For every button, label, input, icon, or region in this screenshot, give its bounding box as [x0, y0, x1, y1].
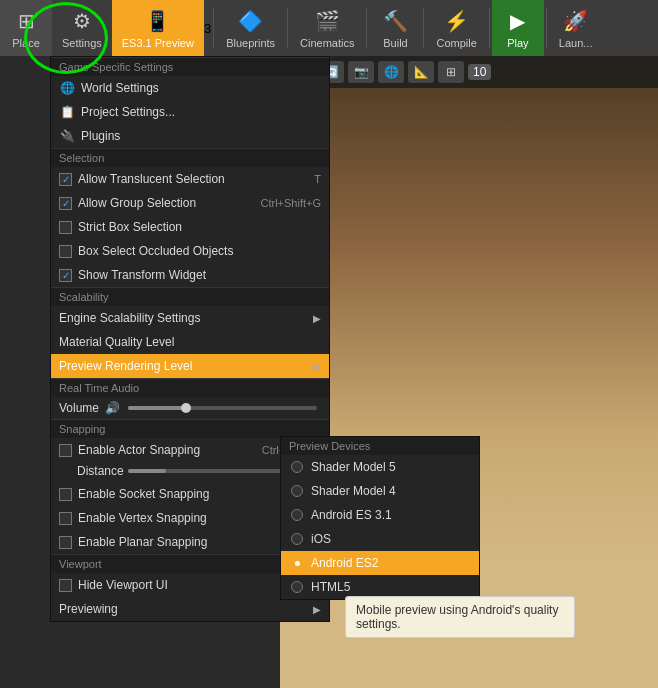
plugins-icon: 🔌 — [59, 128, 75, 144]
place-icon: ⊞ — [12, 7, 40, 35]
es31preview-icon: 📱 — [144, 7, 172, 35]
toolbar-separator-5 — [489, 8, 490, 48]
ios-item[interactable]: iOS — [281, 527, 479, 551]
shader-model-4-radio[interactable] — [291, 485, 303, 497]
enable-actor-snapping-checkbox[interactable] — [59, 444, 72, 457]
android-es31-radio[interactable] — [291, 509, 303, 521]
enable-planar-snapping-checkbox[interactable] — [59, 536, 72, 549]
es31preview-btn-wrap[interactable]: 📱 ES3.1 Preview 3 — [112, 0, 211, 56]
allow-group-item[interactable]: Allow Group Selection Ctrl+Shift+G — [51, 191, 329, 215]
scalability-header: Scalability — [51, 287, 329, 306]
settings-button[interactable]: ⚙ Settings — [52, 0, 112, 56]
android-es2-item[interactable]: Android ES2 — [281, 551, 479, 575]
place-button[interactable]: ⊞ Place — [0, 0, 52, 56]
toolbar-separator-1 — [213, 8, 214, 48]
vp-camera-btn[interactable]: 📷 — [348, 61, 374, 83]
toolbar-separator-6 — [546, 8, 547, 48]
preview-rendering-arrow: ▶ — [313, 361, 321, 372]
es31preview-label: ES3.1 Preview — [122, 37, 194, 49]
android-es2-label: Android ES2 — [311, 556, 378, 570]
shader-model-5-item[interactable]: Shader Model 5 — [281, 455, 479, 479]
previewing-item[interactable]: Previewing ▶ — [51, 597, 329, 621]
toolbar-separator-2 — [287, 8, 288, 48]
shader-model-5-radio[interactable] — [291, 461, 303, 473]
android-es31-item[interactable]: Android ES 3.1 — [281, 503, 479, 527]
project-settings-icon: 📋 — [59, 104, 75, 120]
toolbar-separator-3 — [366, 8, 367, 48]
launch-button[interactable]: 🚀 Laun... — [549, 0, 603, 56]
volume-row: Volume 🔊 — [51, 397, 329, 419]
shader-model-4-label: Shader Model 4 — [311, 484, 396, 498]
play-button[interactable]: ▶ Play — [492, 0, 544, 56]
blueprints-button[interactable]: 🔷 Blueprints — [216, 0, 285, 56]
volume-icon: 🔊 — [105, 401, 120, 415]
engine-scalability-label: Engine Scalability Settings — [59, 311, 200, 325]
preview-devices-header: Preview Devices — [281, 437, 479, 455]
project-settings-item[interactable]: 📋 Project Settings... — [51, 100, 329, 124]
compile-button[interactable]: ⚡ Compile — [426, 0, 486, 56]
tooltip-text: Mobile preview using Android's quality s… — [356, 603, 558, 631]
compile-icon: ⚡ — [443, 7, 471, 35]
strict-box-label: Strict Box Selection — [78, 220, 182, 234]
show-transform-checkbox[interactable] — [59, 269, 72, 282]
build-button[interactable]: 🔨 Build — [369, 0, 421, 56]
material-quality-label: Material Quality Level — [59, 335, 174, 349]
world-settings-icon: 🌐 — [59, 80, 75, 96]
cinematics-button[interactable]: 🎬 Cinematics — [290, 0, 364, 56]
enable-socket-snapping-checkbox[interactable] — [59, 488, 72, 501]
viewport-header: 👁 🔄 📷 🌐 📐 ⊞ 10 — [280, 56, 658, 88]
enable-vertex-snapping-checkbox[interactable] — [59, 512, 72, 525]
ios-label: iOS — [311, 532, 331, 546]
strict-box-item[interactable]: Strict Box Selection — [51, 215, 329, 239]
hide-viewport-ui-checkbox[interactable] — [59, 579, 72, 592]
settings-btn-wrap[interactable]: ⚙ Settings — [52, 0, 112, 56]
es31preview-button[interactable]: 📱 ES3.1 Preview — [112, 0, 204, 56]
vp-grid-btn[interactable]: ⊞ — [438, 61, 464, 83]
launch-label: Laun... — [559, 37, 593, 49]
preview-rendering-item[interactable]: Preview Rendering Level ▶ — [51, 354, 329, 378]
hide-viewport-ui-label: Hide Viewport UI — [78, 578, 168, 592]
allow-group-checkbox[interactable] — [59, 197, 72, 210]
vp-ruler-btn[interactable]: 📐 — [408, 61, 434, 83]
preview-rendering-label: Preview Rendering Level — [59, 359, 192, 373]
previewing-label: Previewing — [59, 602, 118, 616]
html5-radio[interactable] — [291, 581, 303, 593]
box-select-occluded-checkbox[interactable] — [59, 245, 72, 258]
box-select-occluded-label: Box Select Occluded Objects — [78, 244, 233, 258]
compile-label: Compile — [436, 37, 476, 49]
allow-group-shortcut: Ctrl+Shift+G — [260, 197, 321, 209]
distance-slider-fill — [128, 469, 167, 473]
plugins-label: Plugins — [81, 129, 120, 143]
place-btn-wrap[interactable]: ⊞ Place — [0, 0, 52, 56]
cinematics-icon: 🎬 — [313, 7, 341, 35]
main-toolbar: ⊞ Place ⚙ Settings 📱 ES3.1 Preview 3 🔷 B… — [0, 0, 658, 56]
preview-devices-submenu: Preview Devices Shader Model 5 Shader Mo… — [280, 436, 480, 600]
volume-slider-thumb[interactable] — [181, 403, 191, 413]
settings-label: Settings — [62, 37, 102, 49]
volume-label: Volume — [59, 401, 99, 415]
shader-model-5-label: Shader Model 5 — [311, 460, 396, 474]
cinematics-label: Cinematics — [300, 37, 354, 49]
world-settings-item[interactable]: 🌐 World Settings — [51, 76, 329, 100]
project-settings-label: Project Settings... — [81, 105, 175, 119]
material-quality-item[interactable]: Material Quality Level — [51, 330, 329, 354]
android-es2-radio[interactable] — [291, 557, 303, 569]
vp-globe-btn[interactable]: 🌐 — [378, 61, 404, 83]
blueprints-icon: 🔷 — [237, 7, 265, 35]
enable-actor-snapping-label: Enable Actor Snapping — [78, 443, 200, 457]
allow-translucent-item[interactable]: Allow Translucent Selection T — [51, 167, 329, 191]
ios-radio[interactable] — [291, 533, 303, 545]
allow-group-label: Allow Group Selection — [78, 196, 196, 210]
engine-scalability-item[interactable]: Engine Scalability Settings ▶ — [51, 306, 329, 330]
plugins-item[interactable]: 🔌 Plugins — [51, 124, 329, 148]
allow-translucent-checkbox[interactable] — [59, 173, 72, 186]
volume-slider-track[interactable] — [128, 406, 317, 410]
show-transform-item[interactable]: Show Transform Widget — [51, 263, 329, 287]
shader-model-4-item[interactable]: Shader Model 4 — [281, 479, 479, 503]
allow-translucent-shortcut: T — [314, 173, 321, 185]
game-specific-header: Game Specific Settings — [51, 57, 329, 76]
strict-box-checkbox[interactable] — [59, 221, 72, 234]
allow-translucent-label: Allow Translucent Selection — [78, 172, 225, 186]
box-select-occluded-item[interactable]: Box Select Occluded Objects — [51, 239, 329, 263]
vp-number: 10 — [468, 64, 491, 80]
